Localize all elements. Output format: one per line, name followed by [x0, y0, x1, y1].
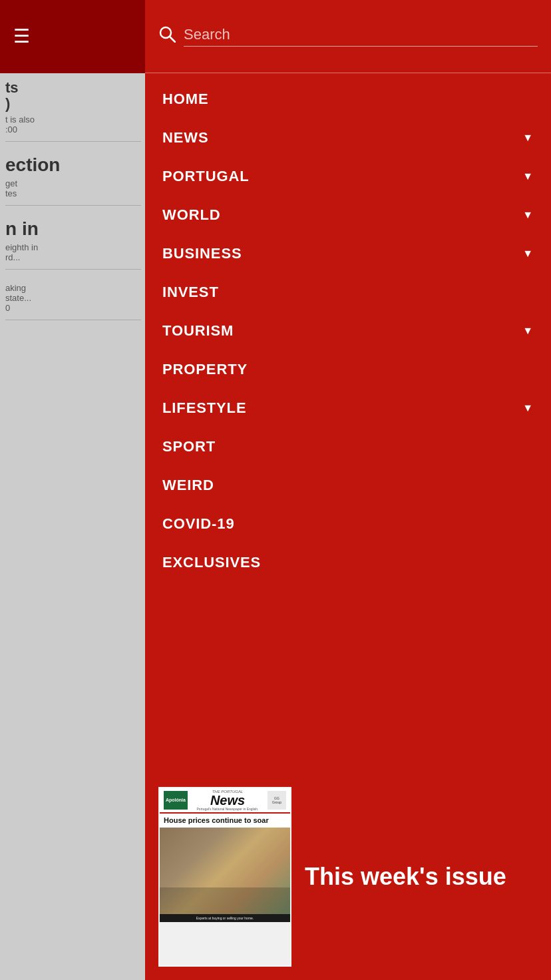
np-header: Apolónia THE PORTUGAL News Portugal's Na… — [160, 788, 290, 812]
bg-article-3: n in eighth inrd... — [5, 219, 141, 270]
menu-overlay: HOMENEWS▼PORTUGAL▼WORLD▼BUSINESS▼INVESTT… — [145, 0, 551, 980]
np-subtitle: Portugal's National Newspaper in English… — [190, 807, 265, 811]
search-input[interactable] — [184, 26, 538, 47]
nav-list: HOMENEWS▼PORTUGAL▼WORLD▼BUSINESS▼INVESTT… — [145, 73, 551, 774]
np-logo-center: THE PORTUGAL News Portugal's National Ne… — [190, 790, 265, 811]
nav-item-exclusives[interactable]: EXCLUSIVES — [145, 543, 551, 582]
nav-item-portugal[interactable]: PORTUGAL▼ — [145, 157, 551, 196]
nav-item-home[interactable]: HOME — [145, 80, 551, 119]
search-icon — [158, 25, 176, 47]
bg-articles-list: ts) t is also :00 ection gettes n in eig… — [0, 73, 146, 340]
nav-item-label: PORTUGAL — [162, 168, 517, 185]
bg-article-snippet-4: akingstate...0 — [5, 283, 141, 313]
weekly-issue-section: Apolónia THE PORTUGAL News Portugal's Na… — [145, 774, 551, 980]
chevron-down-icon: ▼ — [522, 132, 534, 144]
bg-article-snippet-3: eighth inrd... — [5, 242, 141, 262]
nav-item-sport[interactable]: SPORT — [145, 427, 551, 466]
bg-article-title-2: ection — [5, 155, 141, 176]
svg-line-1 — [170, 37, 175, 42]
np-footer: Experts at buying or selling your home. — [160, 914, 290, 922]
chevron-down-icon: ▼ — [522, 325, 534, 337]
newspaper-cover[interactable]: Apolónia THE PORTUGAL News Portugal's Na… — [158, 787, 291, 967]
bg-article-snippet-2: gettes — [5, 178, 141, 198]
np-logo-right: GGGroup — [268, 791, 286, 810]
bg-header: ☰ — [0, 0, 146, 73]
nav-item-covid-19[interactable]: COVID-19 — [145, 505, 551, 543]
chevron-down-icon: ▼ — [522, 402, 534, 414]
nav-item-label: NEWS — [162, 129, 517, 146]
nav-item-invest[interactable]: INVEST — [145, 273, 551, 312]
bg-article-time-1: :00 — [5, 124, 141, 134]
nav-item-label: COVID-19 — [162, 515, 534, 533]
chevron-down-icon: ▼ — [522, 170, 534, 182]
np-image — [160, 828, 290, 914]
nav-item-label: LIFESTYLE — [162, 399, 517, 417]
nav-item-world[interactable]: WORLD▼ — [145, 196, 551, 234]
nav-item-label: WORLD — [162, 206, 517, 224]
nav-item-label: BUSINESS — [162, 245, 517, 262]
nav-item-label: PROPERTY — [162, 361, 534, 378]
bg-article-snippet-1: t is also — [5, 115, 141, 124]
nav-item-label: HOME — [162, 91, 534, 108]
nav-item-lifestyle[interactable]: LIFESTYLE▼ — [145, 389, 551, 427]
bg-article-2: ection gettes — [5, 155, 141, 206]
search-bar — [145, 0, 551, 73]
nav-item-news[interactable]: NEWS▼ — [145, 119, 551, 157]
chevron-down-icon: ▼ — [522, 209, 534, 221]
nav-item-label: WEIRD — [162, 477, 534, 494]
nav-item-label: SPORT — [162, 438, 534, 455]
np-headline: House prices continue to soar — [160, 812, 290, 828]
weekly-issue-label: This week's issue — [305, 863, 506, 890]
bg-article-1: ts) t is also :00 — [5, 80, 141, 142]
nav-item-label: EXCLUSIVES — [162, 554, 534, 571]
bg-article-title-1: ts) — [5, 80, 141, 112]
nav-item-business[interactable]: BUSINESS▼ — [145, 234, 551, 273]
chevron-down-icon: ▼ — [522, 248, 534, 260]
nav-item-label: INVEST — [162, 284, 534, 301]
nav-item-weird[interactable]: WEIRD — [145, 466, 551, 505]
nav-item-property[interactable]: PROPERTY — [145, 350, 551, 389]
bg-article-title-3: n in — [5, 219, 141, 240]
nav-item-tourism[interactable]: TOURISM▼ — [145, 312, 551, 350]
bg-article-4: akingstate...0 — [5, 283, 141, 320]
background-content: ☰ ts) t is also :00 ection gettes n in e… — [0, 0, 146, 980]
hamburger-icon[interactable]: ☰ — [13, 27, 30, 46]
np-logo-left: Apolónia — [164, 791, 188, 810]
nav-item-label: TOURISM — [162, 322, 517, 340]
